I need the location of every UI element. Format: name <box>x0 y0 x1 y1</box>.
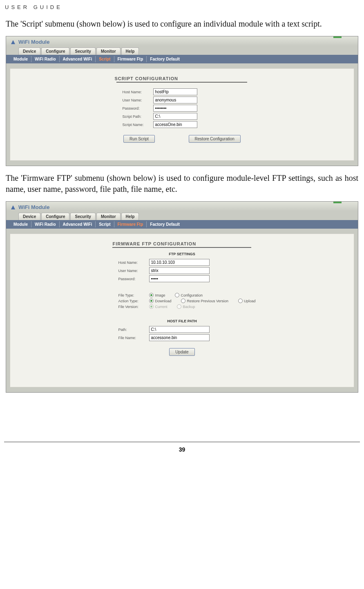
radio-label: Current <box>155 305 167 309</box>
radio-icon <box>177 304 181 309</box>
tab-monitor[interactable]: Monitor <box>96 47 121 55</box>
sub-tab-factory-default[interactable]: Factory Default <box>147 221 183 227</box>
tab-device[interactable]: Device <box>18 47 40 55</box>
radio-action-upload[interactable]: Upload <box>238 299 256 303</box>
user-name-input[interactable] <box>153 97 197 103</box>
tab-help[interactable]: Help <box>121 213 139 220</box>
path-label: Path: <box>118 328 149 332</box>
sub-tab-wifi-radio[interactable]: WiFi Radio <box>31 221 60 227</box>
radio-label: Configuration <box>181 293 203 297</box>
sub-tab-advanced-wifi[interactable]: Advanced WiFi <box>60 221 96 227</box>
file-version-label: File Version: <box>118 305 149 309</box>
intro-paragraph-2: The 'Firmware FTP' submenu (shown below)… <box>4 173 360 195</box>
page-footer: 39 <box>4 442 360 457</box>
ftp-password-input[interactable] <box>149 275 210 282</box>
tab-configure[interactable]: Configure <box>41 47 69 55</box>
update-button[interactable]: Update <box>169 348 194 356</box>
password-label: Password: <box>122 106 153 110</box>
tab-configure[interactable]: Configure <box>41 213 69 220</box>
user-name-label: User Name: <box>122 98 153 102</box>
script-path-input[interactable] <box>153 113 197 120</box>
radio-icon <box>149 293 154 297</box>
title-underline <box>116 82 247 83</box>
host-file-path-header: HOST FILE PATH <box>20 317 344 325</box>
sub-tab-bar: Module WiFi Radio Advanced WiFi Script F… <box>6 220 358 229</box>
tab-monitor[interactable]: Monitor <box>96 213 121 220</box>
tab-security[interactable]: Security <box>70 47 95 55</box>
tab-device[interactable]: Device <box>18 213 40 220</box>
app-title: WiFi Module <box>18 39 49 45</box>
script-section-title: SCRIPT CONFIGURATION <box>114 74 249 82</box>
app-title-bar: WiFi Module <box>6 36 358 46</box>
wifi-module-icon <box>10 39 16 45</box>
radio-icon <box>149 304 154 309</box>
screenshot-firmware-ftp: WiFi Module Device Configure Security Mo… <box>6 201 358 393</box>
run-script-button[interactable]: Run Script <box>123 135 155 143</box>
restore-config-button[interactable]: Restore Configuration <box>189 135 241 143</box>
host-name-input[interactable] <box>153 88 197 95</box>
radio-action-restore[interactable]: Restore Previous Version <box>181 299 228 303</box>
sub-tab-module[interactable]: Module <box>10 56 31 62</box>
sub-tab-bar: Module WiFi Radio Advanced WiFi Script F… <box>6 55 358 63</box>
radio-version-backup: Backup <box>177 304 195 309</box>
page-header: USER GUIDE <box>4 4 360 18</box>
radio-label: Restore Previous Version <box>187 299 228 303</box>
ftp-password-label: Password: <box>118 277 149 281</box>
app-title: WiFi Module <box>18 204 49 210</box>
radio-label: Image <box>155 293 165 297</box>
intro-paragraph-1: The 'Script' submenu (shown below) is us… <box>4 18 360 29</box>
radio-icon <box>238 299 243 303</box>
script-path-label: Script Path: <box>122 115 153 119</box>
ftp-section-title: FIRMWARE FTP CONFIGURATION <box>112 240 251 247</box>
action-type-label: Action Type: <box>118 299 149 303</box>
path-input[interactable] <box>149 326 210 333</box>
radio-version-current: Current <box>149 304 167 309</box>
radio-label: Upload <box>244 299 256 303</box>
page-number: 39 <box>179 446 185 453</box>
file-name-label: File Name: <box>118 336 149 340</box>
sub-tab-module[interactable]: Module <box>10 221 31 227</box>
file-type-label: File Type: <box>118 293 149 297</box>
window-accent <box>333 36 342 38</box>
radio-file-type-image[interactable]: Image <box>149 293 165 297</box>
main-tab-row: Device Configure Security Monitor Help <box>6 46 358 55</box>
sub-tab-script[interactable]: Script <box>96 56 114 62</box>
app-title-bar: WiFi Module <box>6 202 358 211</box>
sub-tab-wifi-radio[interactable]: WiFi Radio <box>31 56 60 62</box>
radio-file-type-config[interactable]: Configuration <box>175 293 203 297</box>
radio-icon <box>175 293 179 297</box>
radio-icon <box>149 299 154 303</box>
ftp-settings-header: FTP SETTINGS <box>20 250 344 258</box>
wifi-module-icon <box>10 205 16 210</box>
ftp-content-area: FIRMWARE FTP CONFIGURATION FTP SETTINGS … <box>10 234 354 387</box>
ftp-user-name-label: User Name: <box>118 269 149 273</box>
ftp-host-name-input[interactable] <box>149 259 210 266</box>
sub-tab-script[interactable]: Script <box>96 221 114 227</box>
main-tab-row: Device Configure Security Monitor Help <box>6 211 358 220</box>
title-underline <box>112 247 251 248</box>
screenshot-script-config: WiFi Module Device Configure Security Mo… <box>6 36 358 166</box>
tab-security[interactable]: Security <box>70 213 95 220</box>
window-accent <box>333 202 342 203</box>
sub-tab-firmware-ftp[interactable]: Firmware Ftp <box>114 56 147 62</box>
sub-tab-advanced-wifi[interactable]: Advanced WiFi <box>60 56 96 62</box>
ftp-user-name-input[interactable] <box>149 267 210 274</box>
script-name-label: Script Name: <box>122 123 153 127</box>
radio-icon <box>181 299 185 303</box>
sub-tab-factory-default[interactable]: Factory Default <box>147 56 183 62</box>
script-content-area: SCRIPT CONFIGURATION Host Name: User Nam… <box>10 68 354 161</box>
radio-label: Backup <box>183 305 195 309</box>
password-input[interactable] <box>153 105 197 112</box>
radio-label: Download <box>155 299 171 303</box>
tab-help[interactable]: Help <box>121 47 139 55</box>
script-name-input[interactable] <box>153 121 197 128</box>
file-name-input[interactable] <box>149 334 210 341</box>
ftp-host-name-label: Host Name: <box>118 261 149 265</box>
radio-action-download[interactable]: Download <box>149 299 171 303</box>
sub-tab-firmware-ftp[interactable]: Firmware Ftp <box>114 221 147 227</box>
host-name-label: Host Name: <box>122 90 153 94</box>
